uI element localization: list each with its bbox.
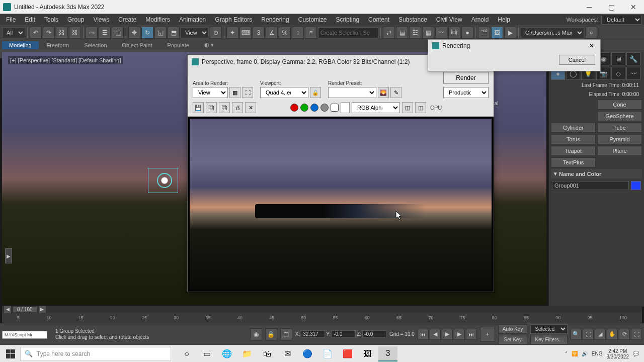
object-color-swatch[interactable] (631, 181, 641, 190)
lock-selection-icon[interactable]: 🔒 (265, 328, 277, 340)
task-edge-icon[interactable]: 🌐 (217, 346, 236, 361)
task-explorer-icon[interactable]: 📁 (237, 346, 257, 361)
render-setup-shortcut-icon[interactable]: ✎ (390, 87, 401, 98)
obj-textplus[interactable]: TextPlus (551, 157, 596, 167)
obj-plane[interactable]: Plane (597, 146, 642, 156)
link-icon[interactable]: ⛓ (56, 27, 68, 39)
maximize-button[interactable]: ▢ (604, 2, 619, 12)
maxscript-listener[interactable] (2, 331, 47, 339)
render-button[interactable]: Render (443, 72, 489, 84)
align-icon[interactable]: ▤ (396, 27, 408, 39)
key-selected-dropdown[interactable]: Selected (530, 324, 568, 334)
menu-substance[interactable]: Substance (394, 15, 431, 24)
ribbon-modeling[interactable]: Modeling (2, 41, 39, 49)
task-view-icon[interactable]: ▭ (197, 346, 216, 361)
channel-alpha-icon[interactable] (320, 104, 329, 112)
vp-orbit-icon[interactable]: ⟳ (619, 329, 630, 340)
tray-time[interactable]: 2:42 PM (608, 348, 627, 354)
task-chrome-icon[interactable]: 🔵 (298, 346, 317, 361)
channel-mono-icon[interactable] (331, 104, 339, 112)
set-key-big-icon[interactable]: ＋ (480, 327, 495, 342)
task-app1-icon[interactable]: 🟥 (338, 346, 357, 361)
viewport-label[interactable]: [+] [Perspective] [Standard] [Default Sh… (8, 56, 123, 64)
channel-red-icon[interactable] (290, 104, 298, 112)
display-tab-icon[interactable]: 🖥 (611, 52, 625, 65)
lock-viewport-icon[interactable]: 🔒 (310, 87, 321, 98)
obj-teapot[interactable]: Teapot (551, 146, 596, 156)
prev-frame-icon[interactable]: ◀ (430, 329, 441, 340)
spinner-snap-icon[interactable]: ↕ (292, 27, 304, 39)
material-editor-icon[interactable]: ● (461, 27, 473, 39)
goto-start-icon[interactable]: ⏮ (418, 329, 429, 340)
obj-cone[interactable]: Cone (597, 100, 642, 110)
tray-lang[interactable]: ENG (592, 351, 603, 356)
time-ruler[interactable]: 5 10 15 20 25 30 35 40 45 50 55 60 65 70… (2, 313, 642, 323)
menu-rendering[interactable]: Rendering (257, 15, 293, 24)
manip-icon[interactable]: ✦ (226, 27, 238, 39)
edit-region-icon[interactable]: ▦ (229, 87, 240, 98)
menu-views[interactable]: Views (89, 15, 113, 24)
save-image-icon[interactable]: 💾 (193, 102, 204, 113)
obj-cylinder[interactable]: Cylinder (551, 123, 596, 133)
tray-chevron-icon[interactable]: ˄ (565, 351, 568, 356)
render-output-canvas[interactable] (188, 117, 494, 292)
percent-snap-icon[interactable]: % (279, 27, 291, 39)
move-icon[interactable]: ✥ (128, 27, 140, 39)
select-name-icon[interactable]: ☰ (99, 27, 111, 39)
mirror-icon[interactable]: ⇄ (383, 27, 395, 39)
layers-icon[interactable]: ☳ (409, 27, 421, 39)
render-frame-icon[interactable]: 🖼 (491, 27, 503, 39)
rendering-dialog-close[interactable]: ✕ (587, 41, 596, 50)
render-setup-icon[interactable]: 🎬 (478, 27, 490, 39)
vp-fov-icon[interactable]: ◢ (595, 329, 606, 340)
object-name-input[interactable] (552, 181, 629, 190)
task-notepad-icon[interactable]: 📄 (318, 346, 337, 361)
auto-region-icon[interactable]: ⛶ (242, 87, 253, 98)
obj-pyramid[interactable]: Pyramid (597, 134, 642, 144)
region-icon[interactable]: ◫ (112, 27, 124, 39)
menu-modifiers[interactable]: Modifiers (141, 15, 174, 24)
menu-help[interactable]: Help (494, 15, 514, 24)
undo-icon[interactable]: ↶ (30, 27, 42, 39)
swatch-icon[interactable] (341, 102, 350, 113)
placement-icon[interactable]: ⬒ (168, 27, 180, 39)
menu-content[interactable]: Content (364, 15, 393, 24)
vp-max-icon[interactable]: ⛶ (631, 329, 642, 340)
menu-graph-editors[interactable]: Graph Editors (211, 15, 256, 24)
scale-icon[interactable]: ◱ (154, 27, 167, 39)
task-cortana-icon[interactable]: ○ (177, 346, 196, 361)
coord-y-input[interactable] (332, 330, 356, 338)
tray-notifications-icon[interactable]: 💬 (633, 351, 639, 356)
pivot-icon[interactable]: ⊙ (210, 27, 222, 39)
goto-end-icon[interactable]: ⏭ (466, 329, 477, 340)
rendering-cancel-button[interactable]: Cancel (559, 55, 595, 65)
set-key-button[interactable]: Set Key (498, 335, 528, 344)
clear-image-icon[interactable]: ✕ (245, 102, 256, 113)
task-store-icon[interactable]: 🛍 (258, 346, 277, 361)
print-image-icon[interactable]: 🖨 (232, 102, 243, 113)
selected-object-gizmo[interactable] (157, 173, 172, 188)
clone-image-icon[interactable]: ⿻ (219, 102, 230, 113)
menu-group[interactable]: Group (63, 15, 88, 24)
unlink-icon[interactable]: ⛓ (69, 27, 81, 39)
select-object-icon[interactable]: ▭ (86, 27, 98, 39)
toggle-overlay-icon[interactable]: ◫ (402, 102, 413, 113)
task-3dsmax-icon[interactable]: 3 (378, 346, 397, 361)
vp-pan-icon[interactable]: ✋ (607, 329, 618, 340)
named-selection-input[interactable] (318, 27, 378, 38)
keyboard-icon[interactable]: ⌨ (239, 27, 252, 39)
next-frame-icon[interactable]: ▶ (454, 329, 465, 340)
toggle-ui-icon[interactable]: ◫ (415, 102, 426, 113)
ribbon-selection[interactable]: Selection (77, 41, 114, 49)
rotate-icon[interactable]: ↻ (141, 27, 153, 39)
obj-geosphere[interactable]: GeoSphere (597, 111, 642, 121)
key-filters-button[interactable]: Key Filters... (530, 335, 568, 344)
menu-scripting[interactable]: Scripting (332, 15, 363, 24)
curve-editor-icon[interactable]: 〰 (435, 27, 447, 39)
menu-create[interactable]: Create (114, 15, 140, 24)
utilities-tab-icon[interactable]: 🔧 (626, 52, 640, 65)
ribbon-populate[interactable]: Populate (160, 41, 196, 49)
coord-z-input[interactable] (362, 330, 386, 338)
copy-image-icon[interactable]: ⿻ (206, 102, 217, 113)
toggle-ribbon-icon[interactable]: ▦ (422, 27, 434, 39)
